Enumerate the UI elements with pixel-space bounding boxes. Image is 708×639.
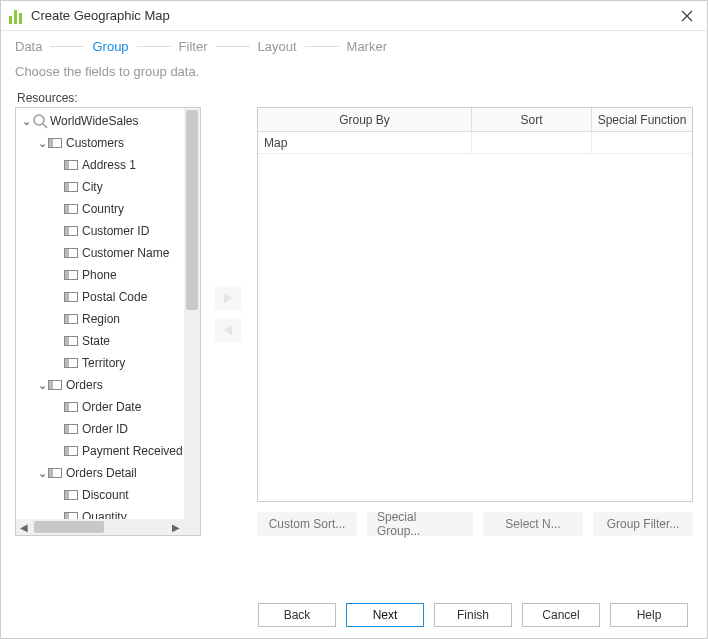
tree-node-label: Discount — [82, 488, 129, 502]
tree-field[interactable]: Order Date — [16, 396, 184, 418]
tree-field[interactable]: Order ID — [16, 418, 184, 440]
horizontal-scrollbar-thumb[interactable] — [34, 521, 104, 533]
step-filter[interactable]: Filter — [179, 39, 208, 54]
tree-node-label: Orders Detail — [66, 466, 137, 480]
step-layout[interactable]: Layout — [258, 39, 297, 54]
field-icon — [64, 270, 78, 280]
dialog-footer: Back Next Finish Cancel Help — [0, 603, 708, 627]
group-grid: Group By Sort Special Function Map — [257, 107, 693, 502]
table-icon — [48, 138, 62, 148]
arrow-left-icon — [221, 323, 235, 337]
back-button[interactable]: Back — [258, 603, 336, 627]
step-group[interactable]: Group — [92, 39, 128, 54]
resources-label: Resources: — [15, 91, 201, 105]
column-header-sort[interactable]: Sort — [472, 108, 592, 132]
cell-groupby[interactable]: Map — [258, 132, 472, 153]
step-separator — [50, 46, 84, 47]
field-icon — [64, 402, 78, 412]
tree-node-label: Region — [82, 312, 120, 326]
resources-tree: ⌄WorldWideSales⌄CustomersAddress 1CityCo… — [15, 107, 201, 536]
step-marker[interactable]: Marker — [347, 39, 387, 54]
tree-field[interactable]: Payment Received — [16, 440, 184, 462]
step-description: Choose the fields to group data. — [1, 60, 707, 91]
group-filter-button[interactable]: Group Filter... — [593, 512, 693, 536]
tree-field[interactable]: Postal Code — [16, 286, 184, 308]
horizontal-scrollbar[interactable]: ◀ ▶ — [16, 519, 184, 535]
next-button[interactable]: Next — [346, 603, 424, 627]
wizard-steps: Data Group Filter Layout Marker — [1, 31, 707, 60]
field-icon — [64, 248, 78, 258]
remove-field-button[interactable] — [215, 318, 241, 342]
tree-field[interactable]: Customer ID — [16, 220, 184, 242]
scroll-right-icon[interactable]: ▶ — [168, 522, 184, 533]
scroll-left-icon[interactable]: ◀ — [16, 522, 32, 533]
special-group-button[interactable]: Special Group... — [367, 512, 473, 536]
step-separator — [305, 46, 339, 47]
tree-node-label: Address 1 — [82, 158, 136, 172]
tree-node-label: Quantity — [82, 510, 127, 519]
step-data[interactable]: Data — [15, 39, 42, 54]
tree-node-label: Order Date — [82, 400, 141, 414]
tree-node-label: Territory — [82, 356, 125, 370]
tree-field[interactable]: Phone — [16, 264, 184, 286]
close-icon — [681, 10, 693, 22]
add-field-button[interactable] — [215, 286, 241, 310]
column-header-function[interactable]: Special Function — [592, 108, 692, 132]
cancel-button[interactable]: Cancel — [522, 603, 600, 627]
tree-group[interactable]: ⌄Customers — [16, 132, 184, 154]
tree-node-label: State — [82, 334, 110, 348]
cell-sort[interactable] — [472, 132, 592, 153]
field-icon — [64, 204, 78, 214]
column-header-groupby[interactable]: Group By — [258, 108, 472, 132]
help-button[interactable]: Help — [610, 603, 688, 627]
table-icon — [48, 468, 62, 478]
step-separator — [137, 46, 171, 47]
tree-field[interactable]: Address 1 — [16, 154, 184, 176]
tree-field[interactable]: State — [16, 330, 184, 352]
field-icon — [64, 424, 78, 434]
tree-toggle-icon[interactable]: ⌄ — [36, 379, 48, 392]
tree-field[interactable]: Territory — [16, 352, 184, 374]
tree-toggle-icon[interactable]: ⌄ — [20, 115, 32, 128]
tree-field[interactable]: City — [16, 176, 184, 198]
tree-node-label: Orders — [66, 378, 103, 392]
select-n-button[interactable]: Select N... — [483, 512, 583, 536]
field-icon — [64, 512, 78, 519]
svg-point-0 — [34, 115, 44, 125]
tree-field[interactable]: Discount — [16, 484, 184, 506]
tree-group[interactable]: ⌄Orders — [16, 374, 184, 396]
close-button[interactable] — [675, 4, 699, 28]
window-title: Create Geographic Map — [31, 8, 170, 23]
tree-field[interactable]: Country — [16, 198, 184, 220]
field-icon — [64, 226, 78, 236]
tree-root[interactable]: ⌄WorldWideSales — [16, 110, 184, 132]
grid-row[interactable]: Map — [258, 132, 692, 154]
magnifier-icon — [32, 113, 48, 129]
tree-group[interactable]: ⌄Orders Detail — [16, 462, 184, 484]
tree-field[interactable]: Customer Name — [16, 242, 184, 264]
tree-field[interactable]: Quantity — [16, 506, 184, 519]
field-icon — [64, 446, 78, 456]
field-icon — [64, 182, 78, 192]
tree-node-label: Country — [82, 202, 124, 216]
tree-node-label: Phone — [82, 268, 117, 282]
svg-line-1 — [43, 124, 47, 128]
step-separator — [216, 46, 250, 47]
grid-body: Map — [258, 132, 692, 501]
scrollbar-corner — [184, 519, 200, 535]
vertical-scrollbar[interactable] — [184, 108, 200, 519]
tree-node-label: Customer ID — [82, 224, 149, 238]
arrow-right-icon — [221, 291, 235, 305]
tree-toggle-icon[interactable]: ⌄ — [36, 137, 48, 150]
tree-field[interactable]: Region — [16, 308, 184, 330]
tree-toggle-icon[interactable]: ⌄ — [36, 467, 48, 480]
tree-node-label: Postal Code — [82, 290, 147, 304]
transfer-buttons — [215, 91, 243, 536]
grid-action-row: Custom Sort... Special Group... Select N… — [257, 512, 693, 536]
vertical-scrollbar-thumb[interactable] — [186, 110, 198, 310]
table-icon — [48, 380, 62, 390]
tree-node-label: Customer Name — [82, 246, 169, 260]
custom-sort-button[interactable]: Custom Sort... — [257, 512, 357, 536]
cell-function[interactable] — [592, 132, 692, 153]
finish-button[interactable]: Finish — [434, 603, 512, 627]
